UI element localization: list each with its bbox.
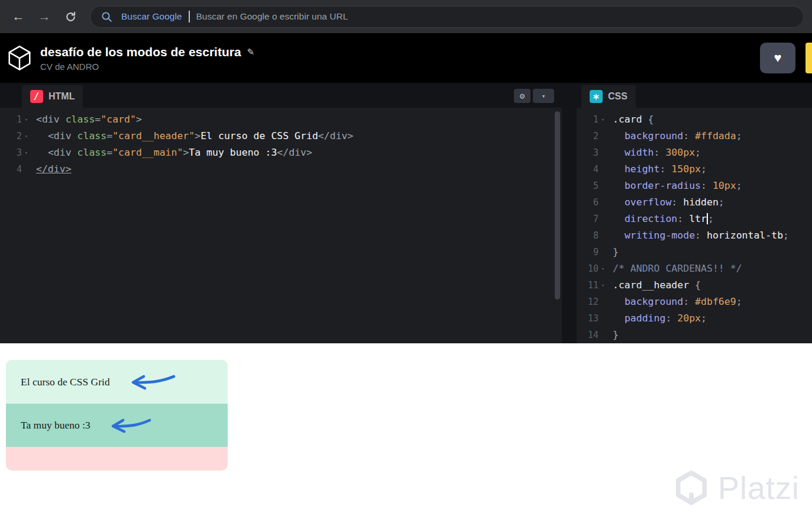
css-editor-pane: * CSS 1▾.card {2 background: #ffdada;3 w…	[577, 83, 812, 343]
html-editor-pane: / HTML ⚙ ▾ 1▾<div class="card">2▾ <div c…	[0, 83, 562, 343]
html-icon: /	[30, 90, 43, 103]
tab-css[interactable]: * CSS	[581, 85, 636, 108]
css-code-editor[interactable]: 1▾.card {2 background: #ffdada;3 width: …	[577, 108, 812, 343]
annotation-arrow-icon	[128, 371, 176, 392]
pen-header: desafío de los modos de escritura ✎ CV d…	[0, 33, 812, 83]
code-line[interactable]: 2▾ <div class="card__header">El curso de…	[0, 128, 562, 144]
codepen-logo-icon[interactable]	[6, 44, 33, 72]
editor-region: / HTML ⚙ ▾ 1▾<div class="card">2▾ <div c…	[0, 83, 812, 343]
preview-card: El curso de CSS Grid Ta muy bueno :3	[6, 360, 228, 471]
tab-css-label: CSS	[608, 91, 627, 102]
reload-icon	[65, 11, 76, 22]
code-line[interactable]: 7 direction: ltr;	[577, 211, 812, 227]
code-line[interactable]: 14}	[577, 327, 812, 343]
code-line[interactable]: 4 height: 150px;	[577, 161, 812, 178]
url-placeholder: Buscar en Google o escribir una URL	[196, 11, 348, 22]
code-line[interactable]: 8 writing-mode: horizontal-tb;	[577, 227, 812, 244]
platzi-watermark: Platzi	[673, 469, 800, 506]
forward-icon: →	[38, 9, 51, 24]
tab-html[interactable]: / HTML	[22, 85, 83, 108]
edit-title-icon[interactable]: ✎	[247, 47, 255, 57]
html-code-editor[interactable]: 1▾<div class="card">2▾ <div class="card_…	[0, 108, 562, 343]
text-caret	[189, 11, 190, 22]
gear-icon: ⚙	[520, 91, 525, 101]
save-button-partial[interactable]	[805, 43, 812, 73]
code-line[interactable]: 11▾.card__header {	[577, 277, 812, 294]
address-bar[interactable]: Buscar Google Buscar en Google o escribi…	[90, 6, 804, 28]
code-line[interactable]: 5 border-radius: 10px;	[577, 178, 812, 194]
code-line[interactable]: 10▾/* ANDRO CARDENAS!! */	[577, 260, 812, 277]
css-icon: *	[590, 90, 603, 103]
html-editor-scrollbar[interactable]	[555, 111, 560, 300]
html-tab-bar: / HTML ⚙ ▾	[0, 83, 562, 108]
code-line[interactable]: 3 width: 300px;	[577, 144, 812, 161]
code-line[interactable]: 1▾.card {	[577, 111, 812, 128]
code-line[interactable]: 1▾<div class="card">	[0, 111, 562, 128]
preview-card-header: El curso de CSS Grid	[6, 360, 228, 404]
preview-area: El curso de CSS Grid Ta muy bueno :3 Pla…	[0, 343, 812, 512]
chevron-down-icon: ▾	[542, 92, 546, 100]
annotation-arrow-icon	[108, 416, 152, 436]
back-button[interactable]: ←	[8, 7, 28, 27]
search-engine-label: Buscar Google	[121, 11, 182, 22]
code-line[interactable]: 6 overflow: hidden;	[577, 194, 812, 211]
pen-author: CV de ANDRO	[40, 62, 254, 72]
code-line[interactable]: 2 background: #ffdada;	[577, 128, 812, 144]
code-line[interactable]: 3▾ <div class="card__main">Ta muy bueno …	[0, 144, 562, 161]
pen-title: desafío de los modos de escritura	[40, 45, 241, 59]
card-header-text: El curso de CSS Grid	[21, 376, 110, 388]
code-line[interactable]: 9}	[577, 244, 812, 260]
search-icon	[101, 11, 112, 22]
forward-button[interactable]: →	[34, 7, 54, 27]
reload-button[interactable]	[60, 7, 80, 27]
platzi-watermark-text: Platzi	[718, 469, 800, 506]
editor-collapse-button[interactable]: ▾	[533, 89, 554, 103]
code-line[interactable]: 13 padding: 20px;	[577, 310, 812, 327]
like-button[interactable]: ♥	[760, 43, 795, 73]
platzi-logo-icon	[673, 469, 710, 506]
css-tab-bar: * CSS	[577, 83, 812, 108]
back-icon: ←	[12, 9, 25, 24]
code-line[interactable]: 4</div>	[0, 161, 562, 178]
code-line[interactable]: 12 background: #dbf6e9;	[577, 294, 812, 310]
tab-html-label: HTML	[48, 91, 75, 102]
heart-icon: ♥	[774, 50, 781, 66]
card-main-text: Ta muy bueno :3	[21, 419, 90, 432]
browser-toolbar: ← → Buscar Google Buscar en Google o esc…	[0, 0, 812, 33]
preview-card-main: Ta muy bueno :3	[6, 404, 228, 447]
editor-settings-button[interactable]: ⚙	[514, 89, 530, 103]
